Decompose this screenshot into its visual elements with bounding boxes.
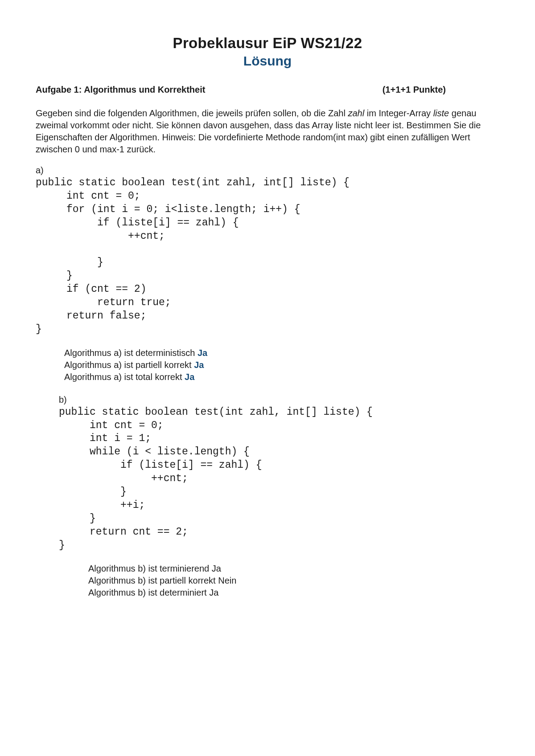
part-b-answers: Algorithmus b) ist terminierend Ja Algor… xyxy=(88,563,499,599)
part-b-answer-3: Algorithmus b) ist determiniert Ja xyxy=(88,587,499,599)
part-a-answer-1: Algorithmus a) ist deterministisch Ja xyxy=(64,347,499,359)
part-a-answer-2-value: Ja xyxy=(194,360,204,370)
part-b-section: b) public static boolean test(int zahl, … xyxy=(59,395,499,552)
part-b-answer-2-value: Nein xyxy=(218,576,236,585)
part-b-answer-3-text: Algorithmus b) ist determiniert xyxy=(88,588,209,597)
part-a-answer-2-text: Algorithmus a) ist partiell korrekt xyxy=(64,360,194,370)
part-a-answer-3-text: Algorithmus a) ist total korrekt xyxy=(64,372,185,382)
part-b-answer-2-text: Algorithmus b) ist partiell korrekt xyxy=(88,576,218,585)
intro-text-1: Gegeben sind die folgenden Algorithmen, … xyxy=(36,108,348,118)
part-a-answers: Algorithmus a) ist deterministisch Ja Al… xyxy=(64,347,499,383)
part-a-label: a) xyxy=(36,165,499,176)
part-b-code: public static boolean test(int zahl, int… xyxy=(59,406,499,552)
intro-liste: liste xyxy=(433,108,449,118)
intro-paragraph: Gegeben sind die folgenden Algorithmen, … xyxy=(36,107,499,155)
part-a-answer-3-value: Ja xyxy=(185,372,194,382)
intro-text-2: im Integer-Array xyxy=(364,108,433,118)
part-a-answer-1-text: Algorithmus a) ist deterministisch xyxy=(64,348,198,358)
part-b-answer-1-value: Ja xyxy=(212,564,221,573)
part-a-answer-3: Algorithmus a) ist total korrekt Ja xyxy=(64,371,499,383)
part-b-answer-1-text: Algorithmus b) ist terminierend xyxy=(88,564,212,573)
page-subtitle: Lösung xyxy=(36,53,499,69)
intro-zahl: zahl xyxy=(348,108,364,118)
part-b-label: b) xyxy=(59,395,499,405)
part-a-answer-1-value: Ja xyxy=(198,348,207,358)
task-heading: Aufgabe 1: Algorithmus und Korrektheit xyxy=(36,85,205,95)
task-header: Aufgabe 1: Algorithmus und Korrektheit (… xyxy=(36,85,499,95)
part-a-code: public static boolean test(int zahl, int… xyxy=(36,176,499,336)
page-title: Probeklausur EiP WS21/22 xyxy=(36,35,499,52)
part-b-answer-2: Algorithmus b) ist partiell korrekt Nein xyxy=(88,575,499,587)
part-b-answer-1: Algorithmus b) ist terminierend Ja xyxy=(88,563,499,575)
part-b-answer-3-value: Ja xyxy=(209,588,218,597)
part-a-answer-2: Algorithmus a) ist partiell korrekt Ja xyxy=(64,359,499,371)
task-points: (1+1+1 Punkte) xyxy=(383,85,499,95)
